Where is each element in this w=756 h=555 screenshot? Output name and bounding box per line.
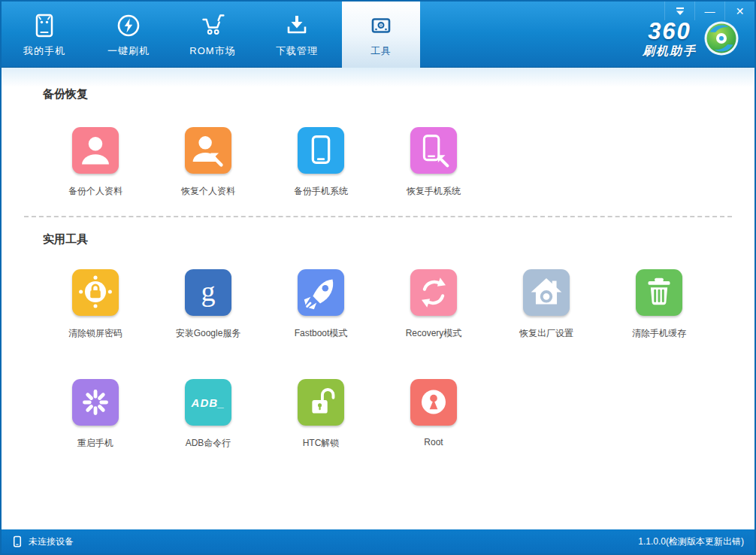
tab-tools[interactable]: 工具: [342, 2, 420, 68]
tool-backup-personal[interactable]: 备份个人资料: [39, 127, 152, 198]
home-reset-icon: [523, 269, 570, 316]
tool-reboot-phone[interactable]: 重启手机: [39, 379, 152, 450]
app-window: 我的手机 一键刷机 ROM市场: [0, 0, 756, 555]
tool-label: Fastboot模式: [295, 327, 348, 340]
google-g-icon: g: [201, 277, 216, 305]
tool-label: 清除锁屏密码: [68, 327, 122, 340]
tool-restore-system[interactable]: 恢复手机系统: [377, 127, 490, 198]
rocket-icon: [298, 269, 344, 316]
tool-label: 备份手机系统: [294, 185, 348, 198]
person-restore-icon: [185, 127, 231, 174]
section-title-tools: 实用工具: [43, 232, 754, 247]
section-title-backup: 备份恢复: [43, 68, 754, 102]
lock-target-icon: [72, 269, 119, 316]
tab-one-key-flash[interactable]: 一键刷机: [89, 2, 168, 68]
tool-label: 恢复手机系统: [407, 185, 461, 198]
tab-label: 我的手机: [23, 44, 65, 58]
unlock-icon: [298, 379, 344, 426]
tool-label: ADB命令行: [186, 437, 231, 450]
tool-label: 安装Google服务: [176, 327, 241, 340]
device-status: 未连接设备: [12, 535, 74, 548]
rom-market-cart-icon: [199, 12, 226, 39]
tool-label: Recovery模式: [406, 327, 462, 340]
tool-clear-cache[interactable]: 清除手机缓存: [603, 269, 715, 340]
root-keyhole-icon: [410, 379, 457, 426]
menu-chevron-icon: [675, 7, 685, 16]
tool-label: 备份个人资料: [68, 185, 122, 198]
header: 我的手机 一键刷机 ROM市场: [2, 2, 754, 68]
tab-download-manager[interactable]: 下载管理: [258, 2, 336, 68]
person-icon: [72, 127, 119, 174]
tool-label: Root: [424, 437, 443, 447]
my-phone-icon: [31, 12, 58, 39]
tool-label: 清除手机缓存: [632, 327, 686, 340]
tool-htc-unlock[interactable]: HTC解锁: [265, 379, 377, 450]
tool-recovery-mode[interactable]: Recovery模式: [377, 269, 490, 340]
brand-subtitle: 刷机助手: [643, 45, 697, 57]
tab-my-phone[interactable]: 我的手机: [5, 2, 83, 68]
main-content: 备份恢复 备份个人资料: [2, 68, 754, 529]
brand: 360 刷机助手: [643, 20, 739, 57]
tab-label: 工具: [370, 44, 392, 58]
tools-grid-row1: 清除锁屏密码 g 安装Google服务 F: [39, 269, 754, 340]
tool-restore-personal[interactable]: 恢复个人资料: [152, 127, 265, 198]
one-key-flash-icon: [115, 12, 142, 39]
backup-grid: 备份个人资料 恢复个人资料: [39, 127, 754, 198]
tool-clear-lock-password[interactable]: 清除锁屏密码: [39, 269, 152, 340]
brand-360: 360: [643, 20, 697, 43]
tool-fastboot-mode[interactable]: Fastboot模式: [265, 269, 377, 340]
tool-label: 重启手机: [77, 437, 113, 450]
tool-install-google-services[interactable]: g 安装Google服务: [152, 269, 265, 340]
menu-button[interactable]: [664, 2, 694, 20]
360-logo-icon: [703, 20, 739, 56]
tool-factory-reset[interactable]: 恢复出厂设置: [490, 269, 603, 340]
status-bar: 未连接设备 1.1.0.0(检测版本更新出错): [2, 529, 754, 553]
spinner-icon: [72, 379, 119, 426]
window-controls: — ✕: [664, 2, 754, 20]
tool-root[interactable]: Root: [377, 379, 490, 450]
tool-backup-system[interactable]: 备份手机系统: [265, 127, 377, 198]
tab-label: ROM市场: [189, 44, 235, 58]
nav-tabs: 我的手机 一键刷机 ROM市场: [5, 2, 420, 68]
dashed-divider: [24, 216, 732, 217]
tool-label: HTC解锁: [303, 437, 340, 450]
tab-label: 下载管理: [276, 44, 318, 58]
brand-text: 360 刷机助手: [643, 20, 697, 57]
minimize-button[interactable]: —: [694, 2, 724, 20]
tools-grid-row2: 重启手机 ADB_ ADB命令行 HTC解锁: [39, 379, 754, 450]
version-text[interactable]: 1.1.0.0(检测版本更新出错): [638, 535, 744, 548]
close-button[interactable]: ✕: [724, 2, 754, 20]
tab-label: 一键刷机: [107, 44, 150, 58]
download-manager-icon: [283, 12, 310, 39]
phone-restore-icon: [410, 127, 457, 174]
refresh-icon: [410, 269, 457, 316]
tab-rom-market[interactable]: ROM市场: [174, 2, 252, 68]
phone-icon: [298, 127, 344, 174]
tool-label: 恢复个人资料: [181, 185, 235, 198]
tool-label: 恢复出厂设置: [519, 327, 573, 340]
device-status-text: 未连接设备: [29, 535, 74, 548]
adb-terminal-icon: ADB_: [192, 396, 225, 409]
tool-adb-command-line[interactable]: ADB_ ADB命令行: [152, 379, 265, 450]
phone-status-icon: [12, 535, 23, 548]
toolbox-icon: [367, 12, 395, 39]
trash-icon: [636, 269, 682, 316]
